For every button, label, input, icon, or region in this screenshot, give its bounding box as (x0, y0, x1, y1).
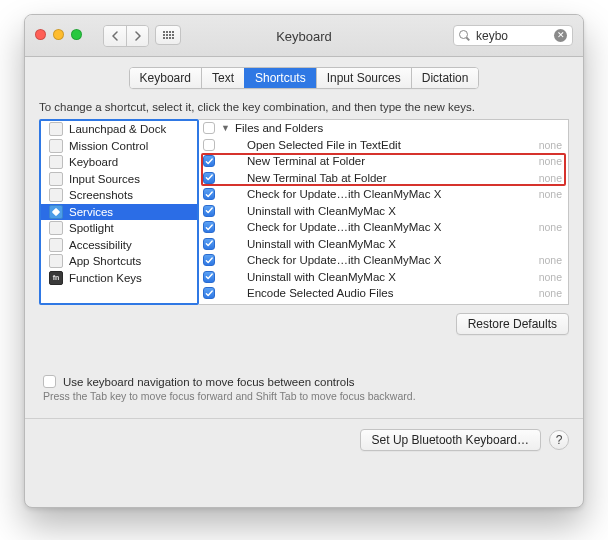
service-item[interactable]: Uninstall with CleanMyMac X (199, 203, 568, 220)
checkbox-icon[interactable] (203, 155, 215, 167)
category-label: Input Sources (69, 173, 140, 185)
checkbox-icon[interactable] (203, 254, 215, 266)
keyboard-nav-checkbox[interactable]: Use keyboard navigation to move focus be… (43, 375, 565, 388)
tab-input-sources[interactable]: Input Sources (316, 68, 411, 88)
category-function-keys[interactable]: fnFunction Keys (41, 270, 197, 287)
shortcut-note: none (539, 287, 562, 299)
service-label: Encode Selected Audio Files (235, 287, 533, 299)
help-button[interactable]: ? (549, 430, 569, 450)
category-label: Mission Control (69, 140, 148, 152)
services-group-header[interactable]: ▼Files and Folders (199, 120, 568, 137)
service-item[interactable]: Check for Update…ith CleanMyMac Xnone (199, 252, 568, 269)
checkbox-icon[interactable] (203, 205, 215, 217)
checkbox-icon[interactable] (203, 221, 215, 233)
app-icon (49, 254, 63, 268)
category-label: Function Keys (69, 272, 142, 284)
shortcuts-split: Launchpad & DockMission ControlKeyboardI… (39, 119, 569, 305)
titlebar: Keyboard ✕ (25, 15, 583, 57)
service-label: Uninstall with CleanMyMac X (235, 271, 533, 283)
service-item[interactable]: Check for Update…ith CleanMyMac Xnone (199, 186, 568, 203)
input-icon (49, 172, 63, 186)
category-screenshots[interactable]: Screenshots (41, 187, 197, 204)
service-label: Uninstall with CleanMyMac X (235, 205, 556, 217)
category-label: App Shortcuts (69, 255, 141, 267)
category-app-shortcuts[interactable]: App Shortcuts (41, 253, 197, 270)
category-list[interactable]: Launchpad & DockMission ControlKeyboardI… (39, 119, 199, 305)
service-label: New Terminal at Folder (235, 155, 533, 167)
shortcut-note: none (539, 221, 562, 233)
category-services[interactable]: Services (41, 204, 197, 221)
category-label: Keyboard (69, 156, 118, 168)
shortcut-note: none (539, 188, 562, 200)
service-item[interactable]: Uninstall with CleanMyMac Xnone (199, 269, 568, 286)
category-label: Screenshots (69, 189, 133, 201)
checkbox-icon[interactable] (203, 238, 215, 250)
preferences-window: Keyboard ✕ KeyboardTextShortcutsInput So… (24, 14, 584, 508)
service-item[interactable]: New Terminal Tab at Foldernone (199, 170, 568, 187)
category-label: Accessibility (69, 239, 132, 251)
disclosure-triangle-icon[interactable]: ▼ (221, 123, 229, 133)
keyboard-icon (49, 155, 63, 169)
checkbox-icon[interactable] (203, 188, 215, 200)
service-label: Check for Update…ith CleanMyMac X (235, 188, 533, 200)
checkbox-icon[interactable] (203, 172, 215, 184)
restore-row: Restore Defaults (39, 313, 569, 335)
footer: Set Up Bluetooth Keyboard… ? (25, 419, 583, 461)
category-label: Launchpad & Dock (69, 123, 166, 135)
service-label: Check for Update…ith CleanMyMac X (235, 221, 533, 233)
shortcut-note: none (539, 139, 562, 151)
service-item[interactable]: Check for Update…ith CleanMyMac Xnone (199, 219, 568, 236)
accessibility-icon (49, 238, 63, 252)
category-label: Services (69, 206, 113, 218)
search-input[interactable] (474, 28, 544, 44)
category-mission-control[interactable]: Mission Control (41, 138, 197, 155)
spotlight-icon (49, 221, 63, 235)
launchpad-icon (49, 122, 63, 136)
checkbox-icon[interactable] (203, 271, 215, 283)
screenshots-icon (49, 188, 63, 202)
services-icon (49, 205, 63, 219)
service-item[interactable]: Open Selected File in TextEditnone (199, 137, 568, 154)
clear-search-icon[interactable]: ✕ (554, 29, 567, 42)
category-keyboard[interactable]: Keyboard (41, 154, 197, 171)
shortcut-note: none (539, 271, 562, 283)
checkbox-icon (43, 375, 56, 388)
tab-text[interactable]: Text (201, 68, 244, 88)
search-field[interactable]: ✕ (453, 25, 573, 46)
tab-shortcuts[interactable]: Shortcuts (244, 68, 316, 88)
keyboard-nav-hint: Press the Tab key to move focus forward … (43, 390, 565, 402)
shortcut-note: none (539, 155, 562, 167)
bluetooth-keyboard-button[interactable]: Set Up Bluetooth Keyboard… (360, 429, 541, 451)
service-label: Check for Update…ith CleanMyMac X (235, 254, 533, 266)
service-item[interactable]: Encode Selected Audio Filesnone (199, 285, 568, 302)
checkbox-icon[interactable] (203, 287, 215, 299)
shortcut-note: none (539, 254, 562, 266)
checkbox-icon[interactable] (203, 139, 215, 151)
service-item[interactable]: Uninstall with CleanMyMac X (199, 236, 568, 253)
instruction-text: To change a shortcut, select it, click t… (39, 101, 569, 113)
category-accessibility[interactable]: Accessibility (41, 237, 197, 254)
shortcut-note: none (539, 172, 562, 184)
service-item[interactable]: New Terminal at Foldernone (199, 153, 568, 170)
keyboard-nav-label: Use keyboard navigation to move focus be… (63, 376, 355, 388)
category-label: Spotlight (69, 222, 114, 234)
fn-icon: fn (49, 271, 63, 285)
service-label: Uninstall with CleanMyMac X (235, 238, 556, 250)
group-label: Files and Folders (235, 122, 562, 134)
category-launchpad-dock[interactable]: Launchpad & Dock (41, 121, 197, 138)
tab-dictation[interactable]: Dictation (411, 68, 479, 88)
category-spotlight[interactable]: Spotlight (41, 220, 197, 237)
restore-defaults-button[interactable]: Restore Defaults (456, 313, 569, 335)
tab-bar: KeyboardTextShortcutsInput SourcesDictat… (25, 67, 583, 89)
service-label: New Terminal Tab at Folder (235, 172, 533, 184)
mission-icon (49, 139, 63, 153)
category-input-sources[interactable]: Input Sources (41, 171, 197, 188)
checkbox-icon[interactable] (203, 122, 215, 134)
search-icon (459, 30, 470, 41)
service-label: Open Selected File in TextEdit (235, 139, 533, 151)
tab-keyboard[interactable]: Keyboard (130, 68, 201, 88)
services-list[interactable]: ▼Files and FoldersOpen Selected File in … (199, 119, 569, 305)
